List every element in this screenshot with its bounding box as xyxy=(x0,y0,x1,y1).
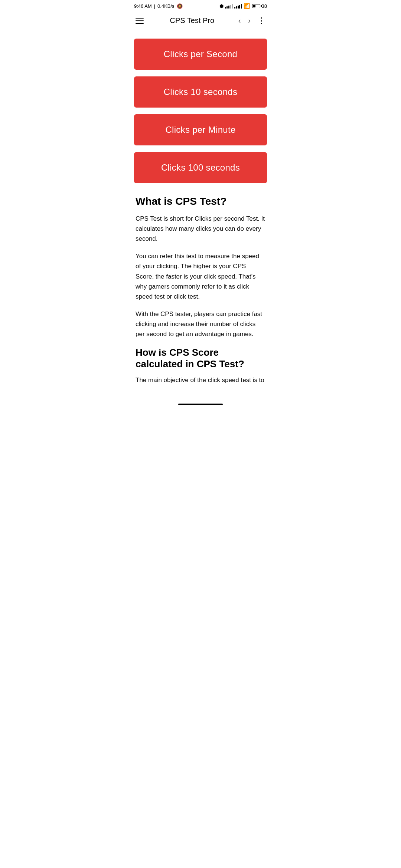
app-title: CPS Test Pro xyxy=(148,16,236,25)
network-speed: 0.4KB/s xyxy=(157,3,175,9)
back-arrow-button[interactable]: ‹ xyxy=(236,15,243,26)
forward-arrow-button[interactable]: › xyxy=(246,15,253,26)
wifi-icon: 📶 xyxy=(244,3,250,9)
nav-icons: ‹ › ⋮ xyxy=(236,15,267,26)
how-is-cps-heading: How is CPS Score calculated in CPS Test? xyxy=(136,347,265,370)
cps-description-1: CPS Test is short for Clicks per second … xyxy=(136,214,265,244)
more-options-icon[interactable]: ⋮ xyxy=(256,15,267,26)
home-bar xyxy=(178,404,223,405)
signal-bars-2 xyxy=(234,3,242,9)
app-bar: CPS Test Pro ‹ › ⋮ xyxy=(128,10,273,31)
status-left: 9:46 AM | 0.4KB/s 🔕 xyxy=(134,3,183,9)
bluetooth-icon: ⬢ xyxy=(219,3,224,9)
home-indicator xyxy=(128,400,273,407)
cps-description-2: You can refer this test to measure the s… xyxy=(136,251,265,302)
battery-level: 38 xyxy=(262,3,267,9)
signal-bars-1 xyxy=(225,3,233,9)
time-display: 9:46 AM xyxy=(134,3,152,9)
clicks-per-minute-button[interactable]: Clicks per Minute xyxy=(134,114,267,145)
what-is-cps-heading: What is CPS Test? xyxy=(136,195,265,208)
clicks-100-seconds-button[interactable]: Clicks 100 seconds xyxy=(134,152,267,183)
hamburger-menu-icon[interactable] xyxy=(134,16,145,25)
cps-calculation-description: The main objective of the click speed te… xyxy=(136,375,265,385)
status-right: ⬢ 📶 38 xyxy=(219,3,267,9)
speed-display: | xyxy=(154,3,155,9)
clicks-10-seconds-button[interactable]: Clicks 10 seconds xyxy=(134,76,267,108)
status-bar: 9:46 AM | 0.4KB/s 🔕 ⬢ 📶 38 xyxy=(128,0,273,10)
main-content: Clicks per Second Clicks 10 seconds Clic… xyxy=(128,31,273,392)
info-section: What is CPS Test? CPS Test is short for … xyxy=(134,195,267,385)
clicks-per-second-button[interactable]: Clicks per Second xyxy=(134,39,267,70)
battery-icon xyxy=(252,4,260,8)
mute-icon: 🔕 xyxy=(177,3,183,9)
cps-description-3: With the CPS tester, players can practic… xyxy=(136,309,265,339)
